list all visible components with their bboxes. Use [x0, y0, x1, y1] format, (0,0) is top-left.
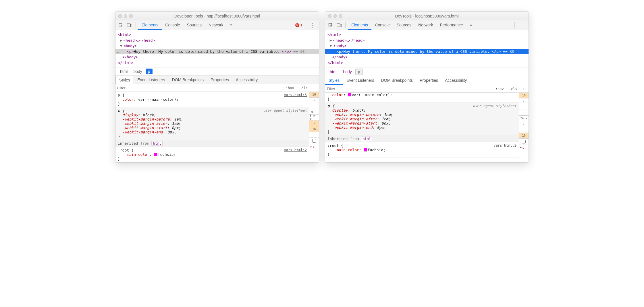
zoom-window-icon[interactable] [339, 14, 342, 18]
filter-input[interactable] [117, 85, 282, 91]
dom-head[interactable]: <head>…</head> [333, 38, 365, 42]
dom-body-open[interactable]: <body> [333, 44, 347, 48]
styles-pane[interactable]: color: var(--main-color); } user agent s… [325, 93, 519, 162]
dom-body-close[interactable]: </body> [332, 55, 348, 59]
minimize-window-icon[interactable] [333, 14, 337, 18]
close-window-icon[interactable] [328, 14, 331, 18]
cls-toggle[interactable]: .cls [507, 86, 519, 92]
subtab-dom-breakpoints[interactable]: DOM Breakpoints [169, 76, 207, 84]
css-value[interactable]: var(--main-color) [138, 97, 176, 102]
inspect-element-icon[interactable] [327, 22, 334, 29]
dom-body-open[interactable]: <body> [124, 44, 137, 48]
cls-toggle[interactable]: .cls [298, 86, 309, 91]
css-value[interactable]: var(--main-color) [352, 93, 390, 97]
dom-html-open[interactable]: <html> [118, 32, 131, 37]
rule-selector[interactable]: p { [118, 93, 307, 97]
zoom-window-icon[interactable] [129, 14, 133, 18]
tab-console[interactable]: Console [162, 21, 183, 30]
breadcrumb-p[interactable]: p [355, 69, 363, 75]
tab-elements[interactable]: Elements [348, 21, 371, 30]
tab-overflow[interactable]: » [466, 21, 476, 30]
dom-selected-node[interactable]: <p>Hey there. My color is determined by … [325, 49, 529, 55]
subtab-accessibility[interactable]: Accessibility [441, 76, 470, 85]
css-value: block [142, 113, 154, 117]
device-toolbar-icon[interactable] [126, 22, 133, 29]
hov-toggle[interactable]: :hov [494, 86, 506, 92]
tab-console[interactable]: Console [371, 21, 393, 30]
tab-overflow[interactable]: » [227, 21, 236, 30]
subtab-styles[interactable]: Styles [115, 76, 134, 84]
sidebar-row[interactable]: ▶c [309, 144, 319, 149]
tab-sources[interactable]: Sources [393, 21, 415, 30]
css-rule[interactable]: vars.html:2 :root { --main-color: fuchsi… [325, 142, 519, 158]
css-value[interactable]: fuchsia [368, 148, 383, 152]
collapse-icon[interactable]: ▼ [330, 43, 333, 49]
expand-icon[interactable]: ▶ [330, 38, 333, 43]
subtab-properties[interactable]: Properties [416, 76, 441, 85]
close-window-icon[interactable] [118, 14, 122, 18]
expand-icon[interactable]: ▶ [120, 38, 124, 43]
new-rule-button[interactable]: + [311, 86, 317, 91]
filter-input[interactable] [327, 86, 492, 92]
error-counter[interactable]: ✕ 1 [295, 23, 302, 27]
dom-tree[interactable]: <html> ▶<head>…</head> ▼<body> <p>Hey th… [115, 30, 319, 67]
new-rule-button[interactable]: + [521, 86, 527, 92]
subtab-event-listeners[interactable]: Event Listeners [134, 76, 169, 84]
dom-head[interactable]: <head>…</head> [124, 38, 155, 42]
styles-pane[interactable]: vars.html:5 p { color: var(--main-color)… [115, 92, 309, 162]
breadcrumb-html[interactable]: html [118, 69, 130, 74]
css-rule[interactable]: color: var(--main-color); } [325, 93, 519, 103]
subtab-accessibility[interactable]: Accessibility [232, 76, 261, 84]
rule-source-link[interactable]: vars.html:5 [284, 93, 307, 97]
dom-html-close[interactable]: </html> [327, 61, 343, 65]
breadcrumb-p[interactable]: p [146, 69, 153, 74]
subtab-dom-breakpoints[interactable]: DOM Breakpoints [378, 76, 416, 85]
color-swatch-icon[interactable] [154, 153, 157, 156]
inherit-tag[interactable]: html [151, 141, 163, 146]
tab-performance[interactable]: Performance [436, 21, 466, 30]
checkbox[interactable] [312, 139, 316, 143]
dom-html-close[interactable]: </html> [118, 61, 134, 65]
subtab-properties[interactable]: Properties [207, 76, 232, 84]
dom-html-open[interactable]: <html> [327, 32, 341, 37]
rule-source-link[interactable]: vars.html:2 [494, 143, 516, 147]
collapse-icon[interactable]: ▼ [120, 43, 124, 49]
inherit-tag[interactable]: html [361, 137, 372, 141]
expand-icon[interactable]: ▶ [311, 145, 312, 148]
tab-network[interactable]: Network [205, 21, 227, 30]
color-swatch-icon[interactable] [348, 93, 351, 96]
css-property[interactable]: color [122, 97, 134, 102]
expand-icon[interactable]: ▶ [520, 146, 522, 149]
css-property[interactable]: --main-color [332, 148, 359, 152]
css-property[interactable]: --main-color [122, 152, 149, 157]
dom-selected-node[interactable]: <p>Hey there. My color is determined by … [115, 49, 319, 55]
dom-tree[interactable]: <html> ▶<head>…</head> ▼<body> <p>Hey th… [325, 30, 529, 67]
more-menu-icon[interactable]: ⋮ [307, 22, 317, 28]
inspect-element-icon[interactable] [117, 22, 125, 29]
show-all-checkbox[interactable] [519, 139, 529, 145]
breadcrumb-body[interactable]: body [341, 69, 354, 75]
rule-source-link[interactable]: vars.html:2 [284, 148, 307, 152]
breadcrumb-body[interactable]: body [131, 69, 144, 74]
subtab-event-listeners[interactable]: Event Listeners [343, 76, 378, 85]
rule-selector[interactable]: :root { [327, 143, 516, 148]
css-rule[interactable]: vars.html:5 p { color: var(--main-color)… [115, 92, 309, 107]
breadcrumb-html[interactable]: html [327, 69, 340, 75]
hov-toggle[interactable]: :hov [284, 86, 296, 91]
tab-elements[interactable]: Elements [138, 21, 162, 30]
tab-network[interactable]: Network [415, 21, 436, 30]
more-menu-icon[interactable]: ⋮ [517, 22, 527, 28]
rule-selector[interactable]: :root { [118, 148, 307, 152]
subtab-styles[interactable]: Styles [325, 76, 343, 85]
css-property[interactable]: color [332, 93, 343, 97]
css-value[interactable]: fuchsia [158, 152, 174, 157]
minimize-window-icon[interactable] [124, 14, 127, 18]
device-toolbar-icon[interactable] [336, 22, 343, 29]
dom-body-close[interactable]: </body> [122, 55, 138, 59]
css-rule[interactable]: vars.html:2 :root { --main-color: fuchsi… [115, 147, 309, 162]
show-all-checkbox[interactable] [309, 138, 319, 144]
tab-sources[interactable]: Sources [184, 21, 205, 30]
checkbox[interactable] [522, 140, 526, 143]
color-swatch-icon[interactable] [364, 148, 367, 151]
sidebar-row[interactable]: ▶c [519, 145, 529, 150]
